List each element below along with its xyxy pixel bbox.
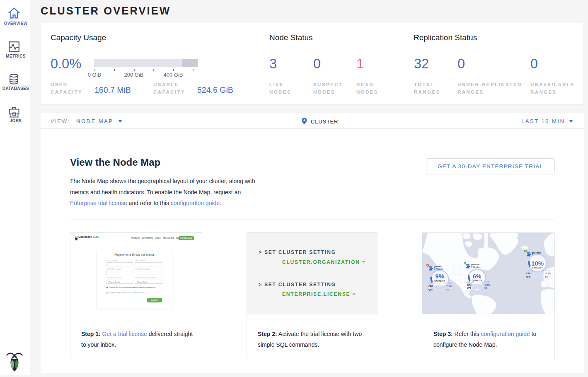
svg-text:9%: 9%: [435, 273, 444, 280]
svg-text:QPS: QPS: [526, 276, 531, 278]
svg-text:2 Nodes: 2 Nodes: [434, 268, 443, 270]
svg-text:QPS: QPS: [428, 289, 433, 291]
svg-text:QPS: QPS: [467, 287, 472, 289]
svg-text:CPU: CPU: [526, 273, 531, 275]
svg-text:35.1 GiB: 35.1 GiB: [443, 282, 452, 285]
svg-text:2 Nodes: 2 Nodes: [471, 266, 481, 268]
svg-text:43.7 GiB: 43.7 GiB: [481, 280, 489, 283]
svg-text:52.3%: 52.3%: [545, 273, 551, 275]
svg-text:6.4: 6.4: [545, 276, 548, 278]
svg-text:42.5%: 42.5%: [484, 284, 490, 286]
svg-text:0.0: 0.0: [484, 287, 487, 289]
svg-text:11.0%: 11.0%: [446, 285, 452, 288]
svg-text:4.7: 4.7: [446, 289, 449, 291]
svg-text:geo=nyc: geo=nyc: [471, 263, 480, 266]
svg-text:34.4 GiB: 34.4 GiB: [542, 269, 550, 272]
svg-text:3.7 GiB: 3.7 GiB: [467, 280, 474, 283]
svg-text:CAPACITY: CAPACITY: [532, 267, 543, 269]
svg-text:3.6 GiB: 3.6 GiB: [526, 269, 534, 272]
svg-text:CPU: CPU: [428, 285, 433, 288]
svg-text:10%: 10%: [531, 260, 544, 267]
svg-text:CPU: CPU: [467, 284, 472, 286]
svg-text:3.2 GiB: 3.2 GiB: [428, 282, 436, 285]
svg-text:6%: 6%: [473, 273, 482, 280]
